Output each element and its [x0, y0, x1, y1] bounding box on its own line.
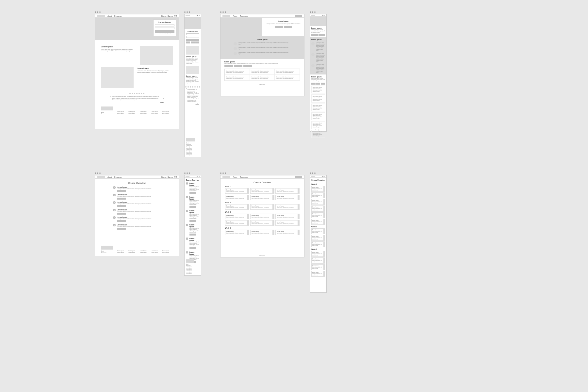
drag-handle-icon[interactable]	[323, 265, 325, 270]
logo-placeholder[interactable]	[186, 15, 190, 16]
lesson-card[interactable]: Lorem IpsumLorem ipsum dolor sit amet, c…	[311, 186, 325, 192]
sso-btn-2[interactable]	[191, 41, 195, 43]
drag-handle-icon[interactable]	[323, 242, 325, 247]
nav-signin[interactable]: Sign in / Sign up	[161, 15, 173, 17]
lesson-card[interactable]: Lorem IpsumLorem ipsum dolor sit amet, c…	[311, 192, 325, 198]
tab-3[interactable]	[243, 65, 252, 67]
nav-signin[interactable]: Sign in / Sign up	[161, 176, 173, 178]
lesson-card[interactable]: Lorem IpsumLorem ipsum dolor sit amet, c…	[225, 214, 249, 219]
input-username[interactable]	[186, 33, 199, 35]
input-password[interactable]	[186, 36, 199, 38]
hero-btn-2[interactable]	[284, 26, 292, 28]
user-avatar-icon[interactable]	[322, 15, 323, 16]
lesson-card[interactable]: Lorem IpsumLorem ipsum dolor sit amet, c…	[311, 251, 325, 257]
footer-link[interactable]: Lorem Ipsum	[151, 113, 157, 114]
lesson-card[interactable]: Lorem IpsumLorem ipsum dolor sit amet, c…	[275, 204, 300, 210]
submit-button[interactable]	[155, 30, 174, 33]
nav-resources[interactable]: Resources	[114, 15, 122, 17]
footer-link[interactable]: Lorem Ipsum	[128, 111, 135, 113]
logo-placeholder[interactable]	[97, 15, 105, 17]
user-avatar-icon[interactable]	[197, 176, 198, 177]
drag-handle-icon[interactable]	[298, 214, 299, 219]
drag-handle-icon[interactable]	[323, 271, 325, 276]
lesson-card[interactable]: Lorem IpsumLorem ipsum dolor sit amet, c…	[311, 199, 325, 205]
logo-placeholder[interactable]	[97, 176, 105, 178]
input-username[interactable]	[155, 24, 174, 26]
lesson-card[interactable]: Lorem IpsumLorem ipsum dolor sit amet, c…	[250, 195, 274, 200]
footer-link[interactable]: Lorem Ipsum	[151, 252, 157, 253]
nav-about[interactable]: About	[233, 15, 237, 17]
footer-link[interactable]: Lorem Ipsum	[140, 111, 146, 113]
menu-icon[interactable]: ≡	[324, 175, 325, 177]
lesson-card[interactable]: Lorem IpsumLorem ipsum dolor sit amet, c…	[225, 204, 249, 210]
drag-handle-icon[interactable]	[272, 230, 274, 235]
lesson-card[interactable]: Lorem IpsumLorem ipsum dolor sit amet, c…	[311, 271, 325, 277]
tab-2[interactable]	[316, 83, 320, 85]
pager-dots[interactable]	[110, 93, 164, 94]
lesson-card[interactable]: Lorem IpsumLorem ipsum dolor sit amet, c…	[311, 264, 325, 270]
footer-link[interactable]: Lorem Ipsum	[117, 252, 124, 253]
step-cta-button[interactable]	[189, 234, 196, 236]
lesson-card[interactable]: Lorem IpsumLorem ipsum dolor sit amet, c…	[250, 214, 274, 219]
step-cta-button[interactable]	[189, 192, 196, 194]
lesson-card[interactable]: Lorem IpsumLorem ipsum dolor sit amet, c…	[225, 220, 249, 226]
input-password[interactable]	[155, 27, 174, 29]
drag-handle-icon[interactable]	[247, 214, 249, 219]
footer-link[interactable]: Lorem Ipsum	[162, 252, 169, 253]
drag-handle-icon[interactable]	[272, 204, 274, 209]
user-avatar-icon[interactable]	[322, 176, 323, 177]
lesson-card[interactable]: Lorem IpsumLorem ipsum dolor sit amet, c…	[250, 188, 274, 194]
footer-link[interactable]: Lorem Ipsum	[186, 273, 200, 274]
sso-btn-3[interactable]	[195, 41, 199, 43]
cta-button[interactable]	[295, 15, 302, 17]
hero-btn-1[interactable]	[275, 26, 283, 28]
drag-handle-icon[interactable]	[323, 213, 325, 218]
lesson-card[interactable]: Lorem IpsumLorem ipsum dolor sit amet, c…	[275, 188, 300, 194]
lesson-card[interactable]: Lorem IpsumLorem ipsum dolor sit amet, c…	[311, 219, 325, 225]
drag-handle-icon[interactable]	[323, 219, 325, 224]
user-avatar-icon[interactable]	[174, 15, 177, 17]
drag-handle-icon[interactable]	[272, 195, 274, 200]
nav-about[interactable]: About	[107, 176, 112, 178]
lesson-card[interactable]: Lorem IpsumLorem ipsum dolor sit amet, c…	[250, 204, 274, 210]
step-cta-button[interactable]	[117, 213, 126, 215]
lesson-card[interactable]: Lorem IpsumLorem ipsum dolor sit amet, c…	[311, 212, 325, 218]
lesson-card[interactable]: Lorem IpsumLorem ipsum dolor sit amet, c…	[225, 230, 249, 235]
lesson-card[interactable]: Lorem IpsumLorem ipsum dolor sit amet, c…	[225, 195, 249, 200]
lesson-card[interactable]: Lorem IpsumLorem ipsum dolor sit amet, c…	[311, 241, 325, 247]
logo-placeholder[interactable]	[186, 176, 189, 177]
user-avatar-icon[interactable]	[196, 15, 198, 16]
lesson-card[interactable]: Lorem IpsumLorem ipsum dolor sit amet, c…	[225, 188, 249, 194]
drag-handle-icon[interactable]	[272, 188, 274, 193]
drag-handle-icon[interactable]	[323, 199, 325, 204]
drag-handle-icon[interactable]	[298, 230, 299, 235]
drag-handle-icon[interactable]	[323, 193, 325, 198]
hero-btn-1[interactable]	[311, 34, 318, 36]
step-cta-button[interactable]	[189, 247, 196, 249]
drag-handle-icon[interactable]	[323, 251, 325, 256]
nav-resources[interactable]: Resources	[240, 15, 248, 17]
lesson-card[interactable]: Lorem IpsumLorem ipsum dolor sit amet, c…	[275, 214, 300, 219]
step-cta-button[interactable]	[117, 190, 126, 192]
drag-handle-icon[interactable]	[247, 188, 249, 193]
footer-link[interactable]: Lorem Ipsum	[140, 113, 146, 114]
logo-placeholder[interactable]	[222, 176, 230, 178]
step-cta-button[interactable]	[117, 198, 126, 200]
menu-icon[interactable]: ≡	[199, 15, 200, 16]
footer-link[interactable]: Lorem Ipsum	[117, 113, 124, 114]
tab-2[interactable]	[234, 65, 242, 67]
drag-handle-icon[interactable]	[247, 220, 249, 225]
nav-resources[interactable]: Resources	[114, 176, 122, 178]
logo-placeholder[interactable]	[311, 176, 315, 177]
lesson-card[interactable]: Lorem IpsumLorem ipsum dolor sit amet, c…	[311, 205, 325, 211]
step-cta-button[interactable]	[117, 228, 126, 230]
lesson-card[interactable]: Lorem IpsumLorem ipsum dolor sit amet, c…	[275, 220, 300, 226]
footer-link[interactable]: Lorem Ipsum	[140, 252, 146, 253]
footer-link[interactable]: Lorem Ipsum	[128, 113, 135, 114]
sso-btn-1[interactable]	[186, 41, 190, 43]
footer-link[interactable]: Lorem Ipsum	[162, 111, 169, 113]
drag-handle-icon[interactable]	[272, 214, 274, 219]
drag-handle-icon[interactable]	[323, 258, 325, 263]
drag-handle-icon[interactable]	[298, 195, 299, 200]
lesson-card[interactable]: Lorem IpsumLorem ipsum dolor sit amet, c…	[275, 230, 300, 235]
